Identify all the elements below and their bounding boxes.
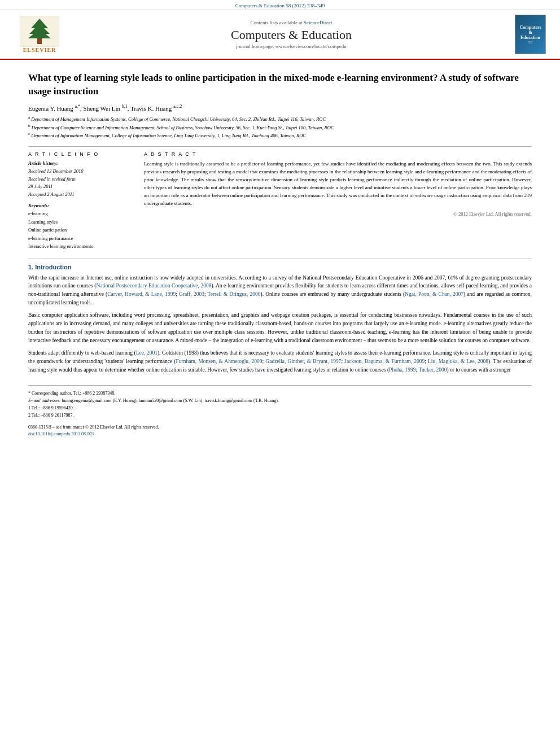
- section-heading: 1. Introduction: [28, 264, 532, 270]
- article-history-label: Article history:: [28, 160, 133, 166]
- footer: * Corresponding author. Tel.: +886 2 293…: [28, 385, 532, 438]
- issn-line: 0360-1315/$ – see front matter © 2012 El…: [28, 424, 532, 431]
- main-content: What type of learning style leads to onl…: [0, 60, 560, 455]
- ref-tucker[interactable]: Tucker, 2000: [418, 367, 447, 373]
- accepted-date: Accepted 2 August 2011: [28, 191, 133, 199]
- ref-lee[interactable]: Lee, 2001: [136, 350, 158, 356]
- revised-label: Received in revised form: [28, 176, 133, 184]
- ref-phoha[interactable]: Phoha, 1999: [389, 367, 416, 373]
- abstract-text: Learning style is traditionally assumed …: [144, 160, 532, 208]
- article-info-column: A R T I C L E I N F O Article history: R…: [28, 151, 133, 251]
- corresponding-author: * Corresponding author. Tel.: +886 2 293…: [28, 390, 532, 397]
- elsevier-brand-text: ELSEVIER: [23, 47, 56, 53]
- keywords-label: Keywords:: [28, 203, 133, 208]
- ref-graff[interactable]: Graff, 2003: [179, 291, 204, 297]
- elsevier-tree-icon: [20, 16, 59, 47]
- article-info-label: A R T I C L E I N F O: [28, 151, 133, 157]
- ref-national-postsecondary[interactable]: National Postsecondary Education Coopera…: [96, 283, 211, 289]
- contents-label: Contents lists available at ScienceDirec…: [68, 20, 515, 25]
- journal-center: Contents lists available at ScienceDirec…: [68, 20, 515, 49]
- revised-date: 29 July 2011: [28, 183, 133, 191]
- email-values: huang.eugenia@gmail.com (E.Y. Huang), la…: [62, 398, 279, 403]
- keyword-elearning: e-learning: [28, 209, 133, 217]
- intro-paragraph-1: With the rapid increase in Internet use,…: [28, 274, 532, 307]
- journal-cover-box: Computers&Education 58: [515, 15, 546, 54]
- ref-terrell[interactable]: Terrell & Dringus, 2000: [208, 291, 261, 297]
- keyword-learning-styles: Learning styles: [28, 218, 133, 226]
- sciencedirect-link[interactable]: ScienceDirect: [304, 20, 332, 25]
- cover-title: Computers&Education: [519, 25, 541, 40]
- affiliations: a Department of Management Information S…: [28, 115, 532, 139]
- elsevier-logo: ELSEVIER: [11, 16, 68, 53]
- content-divider: [28, 259, 532, 259]
- ref-carver[interactable]: Carver, Howard, & Lane, 1999: [107, 291, 176, 297]
- intro-paragraph-3: Students adapt differently to web-based …: [28, 349, 532, 374]
- ref-furnham[interactable]: Furnham, Monsen, & Ahmetoglu, 2009: [176, 359, 262, 364]
- keyword-elearning-performance: e-learning performance: [28, 234, 133, 242]
- journal-reference: Computers & Education 58 (2012) 338–349: [235, 3, 325, 8]
- journal-cover: Computers&Education 58: [515, 15, 549, 54]
- journal-header: ELSEVIER Contents lists available at Sci…: [0, 10, 560, 60]
- footnote-1: 1 Tel.: +886 9 19596420.: [28, 405, 532, 412]
- ref-ngai[interactable]: Ngai, Poon, & Chan, 2007: [405, 291, 463, 297]
- email-addresses: E-mail addresses: huang.eugenia@gmail.co…: [28, 397, 532, 405]
- ref-gadzella[interactable]: Gadzella, Ginther, & Bryant, 1997: [265, 359, 341, 364]
- section-introduction: 1. Introduction With the rapid increase …: [28, 264, 532, 374]
- footnote-2: 2 Tel.: +886 9 26117987.: [28, 412, 532, 420]
- journal-homepage: journal homepage: www.elsevier.com/locat…: [68, 43, 515, 49]
- abstract-label: A B S T R A C T: [144, 151, 532, 157]
- keyword-interactive-learning: Interactive learning environments: [28, 242, 133, 250]
- email-label: E-mail addresses:: [28, 398, 61, 403]
- ref-liu[interactable]: Liu, Magjuka, & Lee, 2008: [428, 359, 488, 364]
- ref-jackson[interactable]: Jackson, Baguma, & Furnham, 2009: [344, 359, 425, 364]
- keyword-online-participation: Online participation: [28, 226, 133, 234]
- copyright-line: © 2012 Elsevier Ltd. All rights reserved…: [144, 211, 532, 217]
- abstract-column: A B S T R A C T Learning style is tradit…: [144, 151, 532, 251]
- journal-title: Computers & Education: [68, 28, 515, 42]
- header-divider: [28, 146, 532, 147]
- doi-line: doi:10.1016/j.compedu.2011.08.003: [28, 431, 532, 438]
- top-bar: Computers & Education 58 (2012) 338–349: [0, 0, 560, 10]
- intro-paragraph-2: Basic computer application software, inc…: [28, 311, 532, 344]
- received-date: Received 13 December 2010: [28, 168, 133, 176]
- article-info-abstract: A R T I C L E I N F O Article history: R…: [28, 151, 532, 251]
- authors-line: Eugenia Y. Huang a,*, Sheng Wei Lin b,1,…: [28, 104, 532, 112]
- article-title: What type of learning style leads to onl…: [28, 71, 532, 98]
- cover-volume: 58: [528, 40, 532, 45]
